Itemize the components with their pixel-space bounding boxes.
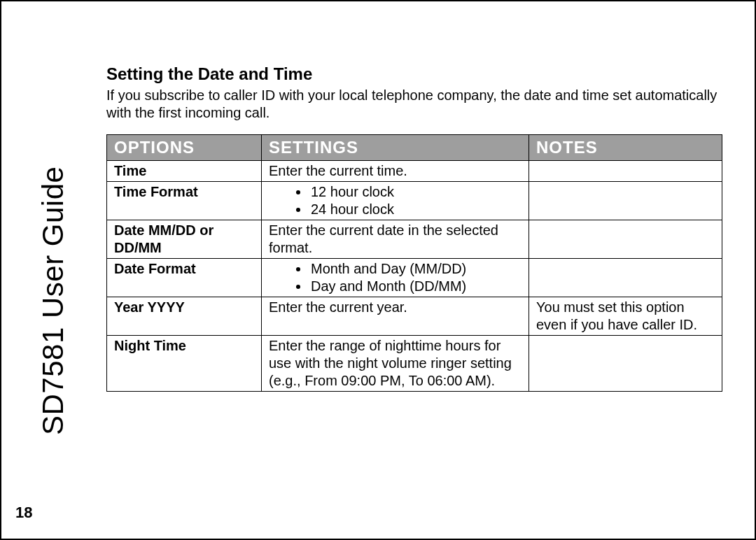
cell-option: Date MM/DD or DD/MM [107,220,262,259]
section-description: If you subscribe to caller ID with your … [106,87,722,122]
page-frame: SD7581 User Guide Setting the Date and T… [0,0,756,540]
cell-option: Night Time [107,336,262,392]
cell-notes [529,336,722,392]
list-item: 24 hour clock [309,201,522,218]
cell-notes [529,182,722,220]
cell-option: Year YYYY [107,297,262,336]
settings-list: Month and Day (MM/DD) Day and Month (DD/… [269,260,522,295]
list-item: Day and Month (DD/MM) [309,278,522,295]
settings-list: 12 hour clock 24 hour clock [269,183,522,218]
section-title: Setting the Date and Time [106,64,722,84]
cell-option: Date Format [107,259,262,297]
table-header: OPTIONS SETTINGS NOTES [107,135,722,161]
cell-option: Time [107,161,262,182]
cell-settings: 12 hour clock 24 hour clock [262,182,529,220]
table-row: Date Format Month and Day (MM/DD) Day an… [107,259,722,297]
page-number: 18 [15,504,32,522]
cell-settings: Enter the current date in the selected f… [262,220,529,259]
cell-settings: Enter the current year. [262,297,529,336]
cell-notes [529,161,722,182]
table-row: Year YYYY Enter the current year. You mu… [107,297,722,336]
cell-notes [529,220,722,259]
header-notes: NOTES [529,135,722,161]
table-row: Night Time Enter the range of nighttime … [107,336,722,392]
cell-notes [529,259,722,297]
settings-table: OPTIONS SETTINGS NOTES Time Enter the cu… [106,134,722,392]
table-row: Time Format 12 hour clock 24 hour clock [107,182,722,220]
header-options: OPTIONS [107,135,262,161]
header-settings: SETTINGS [262,135,529,161]
cell-notes: You must set this option even if you hav… [529,297,722,336]
list-item: 12 hour clock [309,183,522,201]
cell-option: Time Format [107,182,262,220]
cell-settings: Enter the range of nighttime hours for u… [262,336,529,392]
side-title: SD7581 User Guide [36,166,70,435]
list-item: Month and Day (MM/DD) [309,260,522,278]
cell-settings: Month and Day (MM/DD) Day and Month (DD/… [262,259,529,297]
cell-settings: Enter the current time. [262,161,529,182]
content-area: Setting the Date and Time If you subscri… [106,64,722,392]
table-row: Time Enter the current time. [107,161,722,182]
table-row: Date MM/DD or DD/MM Enter the current da… [107,220,722,259]
